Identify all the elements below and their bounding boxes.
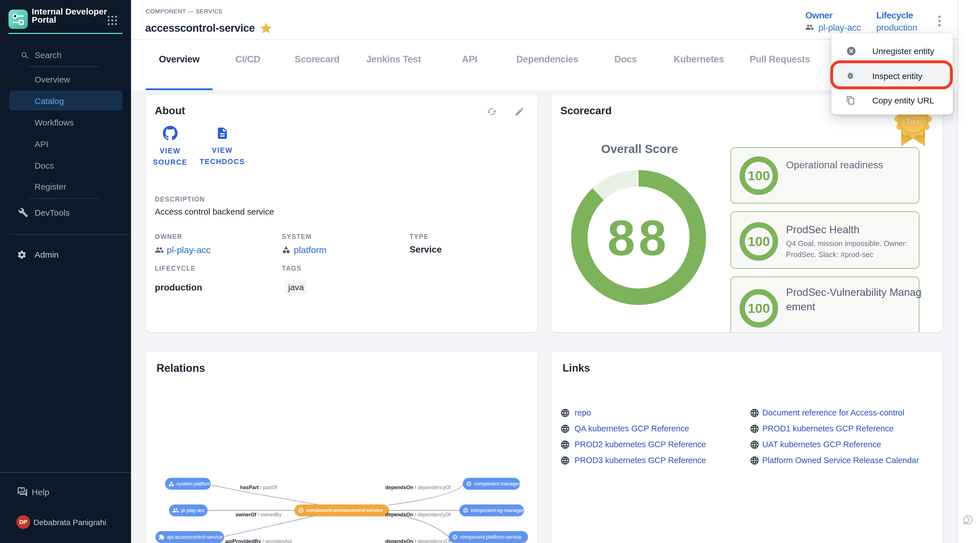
svg-text:100: 100 — [748, 301, 770, 316]
svg-text:88: 88 — [608, 210, 670, 265]
svg-text:100: 100 — [748, 168, 770, 183]
svg-text:?: ? — [20, 487, 23, 492]
svg-text:Tier: Tier — [906, 117, 920, 125]
svg-text:100: 100 — [748, 234, 770, 249]
